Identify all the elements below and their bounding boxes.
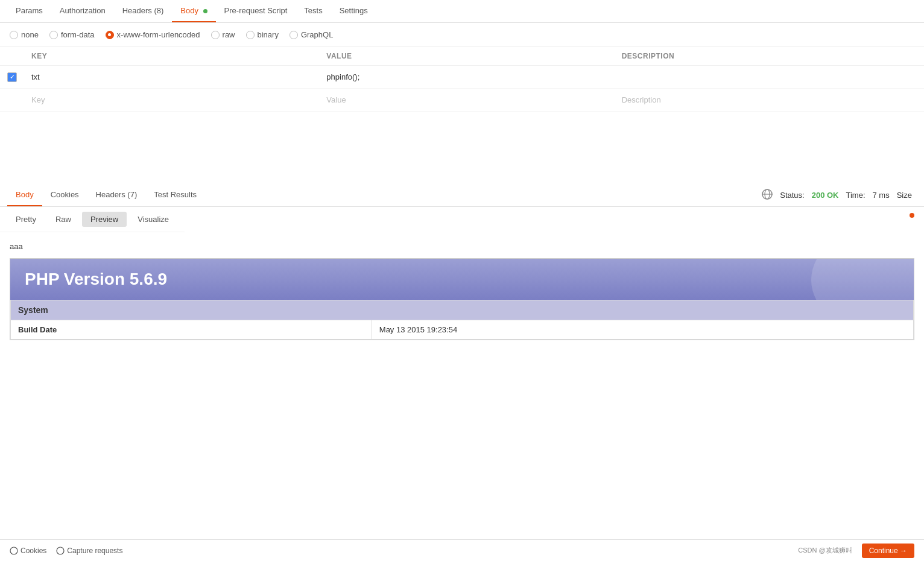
kv-row-1-checkbox-cell: [7, 72, 31, 82]
response-tab-headers[interactable]: Headers (7): [87, 184, 146, 206]
kv-placeholder-value[interactable]: Value: [326, 95, 621, 104]
kv-row-placeholder: Key Value Description: [0, 89, 924, 112]
response-meta: Status: 200 OK Time: 7 ms Size: [762, 189, 917, 201]
kv-row-1-value[interactable]: phpinfo();: [326, 72, 621, 81]
tab-authorization[interactable]: Authorization: [51, 0, 114, 22]
radio-circle-form-data: [49, 31, 58, 39]
response-content-area: aaa PHP Version 5.6.9 System Build Date …: [0, 232, 924, 350]
radio-none[interactable]: none: [10, 30, 39, 39]
kv-row-1-key[interactable]: txt: [31, 72, 326, 81]
response-red-dot: [910, 213, 914, 218]
tab-headers[interactable]: Headers (8): [114, 0, 172, 22]
tab-prerequest[interactable]: Pre-request Script: [216, 0, 296, 22]
tab-params[interactable]: Params: [7, 0, 51, 22]
col-value: VALUE: [326, 52, 621, 60]
subtab-raw[interactable]: Raw: [47, 212, 80, 227]
radio-urlencoded[interactable]: x-www-form-urlencoded: [106, 30, 200, 39]
status-value: 200 OK: [812, 191, 839, 200]
kv-column-headers: KEY VALUE DESCRIPTION: [0, 47, 924, 66]
phpinfo-cell-build-date-value: May 13 2015 19:23:54: [372, 320, 913, 340]
status-label: Status:: [780, 191, 804, 200]
radio-circle-raw: [211, 31, 220, 39]
time-label: Time:: [846, 191, 865, 200]
subtab-visualize[interactable]: Visualize: [129, 212, 177, 227]
tab-tests[interactable]: Tests: [296, 0, 331, 22]
radio-graphql[interactable]: GraphQL: [290, 30, 333, 39]
globe-icon: [762, 189, 773, 201]
time-value: 7 ms: [873, 191, 890, 200]
size-label: Size: [897, 191, 912, 200]
col-key: KEY: [31, 52, 326, 60]
body-type-bar: none form-data x-www-form-urlencoded raw…: [0, 23, 924, 47]
col-description: DESCRIPTION: [622, 52, 917, 60]
kv-placeholder-key[interactable]: Key: [31, 95, 326, 104]
phpinfo-watermark: [811, 259, 914, 300]
phpinfo-header: PHP Version 5.6.9: [10, 259, 914, 300]
response-tab-test-results[interactable]: Test Results: [145, 184, 205, 206]
phpinfo-preview: PHP Version 5.6.9 System Build Date May …: [10, 258, 914, 340]
phpinfo-cell-build-date-key: Build Date: [11, 320, 372, 340]
response-tab-body[interactable]: Body: [7, 184, 42, 206]
subtab-preview[interactable]: Preview: [82, 212, 127, 227]
phpinfo-section-system: System: [11, 300, 914, 320]
response-subtab-row: Pretty Raw Preview Visualize: [0, 207, 924, 232]
response-subtab-bar: Pretty Raw Preview Visualize: [0, 207, 185, 232]
body-active-dot: [203, 9, 207, 13]
kv-row-1-checkbox[interactable]: [7, 72, 17, 82]
request-tab-bar: Params Authorization Headers (8) Body Pr…: [0, 0, 924, 23]
radio-circle-binary: [246, 31, 255, 39]
kv-row-1: txt phpinfo();: [0, 66, 924, 89]
radio-binary[interactable]: binary: [246, 30, 279, 39]
radio-raw[interactable]: raw: [211, 30, 235, 39]
radio-circle-urlencoded: [106, 31, 114, 39]
phpinfo-table: System Build Date May 13 2015 19:23:54: [10, 300, 914, 340]
phpinfo-row-build-date: Build Date May 13 2015 19:23:54: [11, 320, 914, 340]
kv-placeholder-description[interactable]: Description: [622, 95, 917, 104]
radio-circle-graphql: [290, 31, 298, 39]
radio-form-data[interactable]: form-data: [49, 30, 95, 39]
kv-empty-area: [0, 112, 924, 184]
tab-settings[interactable]: Settings: [331, 0, 376, 22]
tab-body[interactable]: Body: [172, 0, 215, 22]
response-tab-bar: Body Cookies Headers (7) Test Results St…: [0, 184, 924, 207]
radio-circle-none: [10, 31, 18, 39]
subtab-pretty[interactable]: Pretty: [7, 212, 45, 227]
response-tab-cookies[interactable]: Cookies: [42, 184, 87, 206]
response-aaa-text: aaa: [10, 242, 914, 251]
